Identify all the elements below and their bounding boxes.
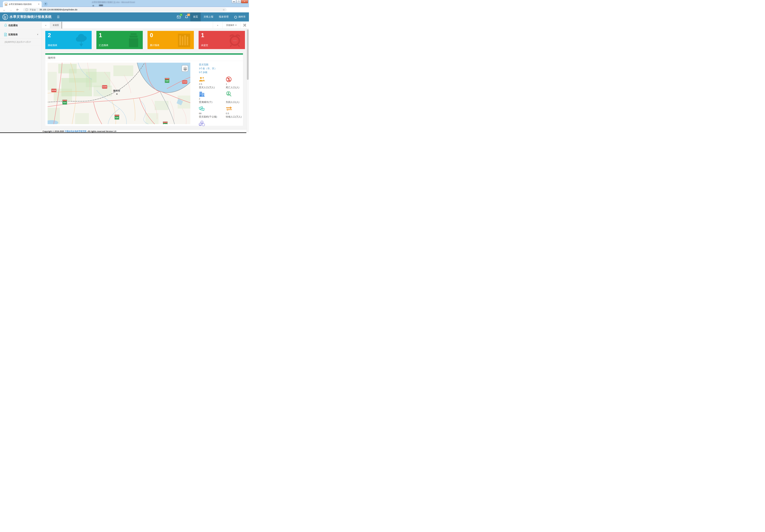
screen-edge-strip [0,133,246,133]
map-layers-button[interactable] [182,65,188,72]
stat-affected-population: 2.5 受灾人口(万人) [199,76,226,91]
page-info-icon[interactable]: i [25,8,28,11]
footer: Copyright © 2018-2020 中国水利水电科学研究院 -All r… [42,129,249,133]
archive-box-icon [127,32,141,48]
region-panel: 湖州市 [45,53,243,126]
map-city-label: 湖州市 [113,89,120,93]
map-city-marker [116,94,118,95]
death-icon [226,77,232,82]
expand-arrows-icon [243,24,246,27]
sidebar-recent-reports-label: 近期报表 [8,33,18,36]
card-cumulative-reports[interactable]: 0 累计报表 [148,31,194,49]
range-townships: 5个乡镇 [199,70,243,74]
road-shield-G318: G318 [51,89,56,92]
power-icon [234,15,237,19]
forward-button[interactable]: → [9,8,13,12]
app-header: 水旱灾害防御统计报表系统 ☰ 0 12 首页 灾情上报 报表管理 湖州市 [0,12,249,21]
mail-button[interactable]: 0 [175,12,183,21]
reload-button[interactable]: ⟳ [15,8,20,12]
user-region-label: 湖州市 [238,15,246,19]
bell-outline-icon [4,24,7,27]
region-panel-title: 湖州市 [48,56,56,60]
nav-disaster-report[interactable]: 灾情上报 [201,12,216,21]
bar-chart-icon [176,32,192,48]
nav-report-management[interactable]: 报表管理 [216,12,231,21]
transfer-arrows-icon [226,106,232,111]
main-content: 2 接收报表 1 汇总报表 0 累计报表 [42,29,247,129]
coins-icon: $$ [199,121,206,127]
security-label: 不安全 [30,9,36,11]
url-text[interactable]: 39.100.124.66:8080/drs/jump/index.do [39,8,77,11]
layers-icon [183,66,188,71]
sidebar-report-item[interactable]: [实]湖州市[汇总]2月27-2月27 [0,39,41,46]
people-group-icon [199,77,205,82]
background-blur-artifact [93,5,94,6]
scrollbar-thumb[interactable] [247,29,249,80]
disaster-map[interactable]: G318G104沪渝高速G50G318杭长高速S14长深高速G25练杭高速S13… [48,63,190,124]
sidebar-toggle-icon[interactable]: ☰ [57,15,60,19]
tab-operations-dropdown[interactable]: 页签操作 [222,22,240,29]
page-scrollbar[interactable] [247,29,249,133]
range-title: 受灾范围 [199,63,243,67]
chevron-down-icon[interactable]: ∨ [37,33,38,36]
notifications-badge: 12 [187,14,190,16]
divider [37,8,38,11]
window-controls: ▬ ❐ ✕ [232,0,248,3]
bookmark-star-icon[interactable]: ☆ [223,8,225,11]
stat-relocated-population: 0.5 转移人口(万人) [226,106,243,120]
tabs-scroll-left-button[interactable]: « [42,22,50,29]
background-blur-artifact [99,5,103,6]
road-shield-G25: 长深高速G25 [115,115,119,120]
window-close-button[interactable]: ✕ [241,0,248,3]
caret-down-icon [235,25,237,26]
stat-deaths: 1 死亡人口(人) [226,76,243,91]
background-window-title: 水旱灾害防御统计报表汇总.xlsx - Microsoft Excel [92,1,135,4]
road-shield-G318: G318 [182,80,187,84]
logout-region-button[interactable]: 湖州市 [231,12,248,21]
address-bar[interactable]: i 不安全 39.100.124.66:8080/drs/jump/index.… [23,8,227,12]
new-tab-button[interactable]: + [43,2,48,6]
tab-close-icon[interactable]: ✕ [38,3,40,6]
svg-text:$: $ [200,124,201,125]
page-tab-strip: « 欢迎页 » 页签操作 [42,21,249,29]
fullscreen-toggle-button[interactable] [240,22,249,29]
summary-cards: 2 接收报表 1 汇总报表 0 累计报表 [45,31,245,49]
screen: 水旱灾害防御统计报表汇总.xlsx - Microsoft Excel ▬ ❐ … [0,0,249,133]
back-button[interactable]: ← [2,8,6,12]
card-received-reports[interactable]: 2 接收报表 [45,31,92,49]
sidebar-item-notifications[interactable]: 信息通知 [0,21,41,29]
document-icon [4,33,7,36]
affected-area-icon [199,106,206,112]
tabs-scroll-right-button[interactable]: » [213,22,222,29]
stat-missing-persons: 失踪人口(人) [226,91,243,106]
map-shield-layer: G318G104沪渝高速G50G318杭长高速S14长深高速G25练杭高速S13 [48,63,190,124]
window-minimize-button[interactable]: ▬ [232,0,236,3]
stat-affected-area: 68 受灾面积(千公顷) [199,106,226,120]
browser-tab[interactable]: 水旱灾害防御统计报表系统 ✕ [3,1,42,7]
sidebar-item-recent-reports[interactable]: 近期报表 ∨ [0,31,41,39]
divider [45,61,243,61]
org-link[interactable]: 中国水利水电科学研究院 [65,130,86,133]
road-shield-G104: G104 [102,85,107,89]
sidebar-notifications-label: 信息通知 [8,24,18,27]
buildings-icon [199,91,205,97]
road-shield-S13: 练杭高速S13 [163,122,168,124]
card-not-submitted[interactable]: 1 未提交 [199,31,245,49]
nav-home[interactable]: 首页 [190,12,201,21]
card-summary-reports[interactable]: 1 汇总报表 [96,31,143,49]
mail-badge: 0 [180,14,182,16]
app-title: 水旱灾害防御统计报表系统 [9,15,52,19]
svg-text:$: $ [202,121,202,123]
road-shield-G50: 沪渝高速G50 [165,78,169,83]
cloud-download-icon [74,33,90,47]
window-restore-button[interactable]: ❐ [236,0,241,3]
disaster-stats: 受灾范围 3个县（市、区） 5个乡镇 2.5 受灾人口(万人) 1 死亡人口(人… [199,63,243,127]
sidebar: 信息通知 近期报表 ∨ [实]湖州市[汇总]2月27-2月27 [0,21,42,133]
stat-flooded-cities: 2 受淹城市(个) [199,91,226,106]
range-counties: 3个县（市、区） [199,67,243,70]
site-favicon-icon [5,3,7,6]
notifications-button[interactable]: 12 [183,12,190,21]
browser-toolbar: ← → ⟳ i 不安全 39.100.124.66:8080/drs/jump/… [0,7,249,12]
app-logo-icon [2,14,8,20]
tab-welcome-page[interactable]: 欢迎页 [50,22,62,29]
